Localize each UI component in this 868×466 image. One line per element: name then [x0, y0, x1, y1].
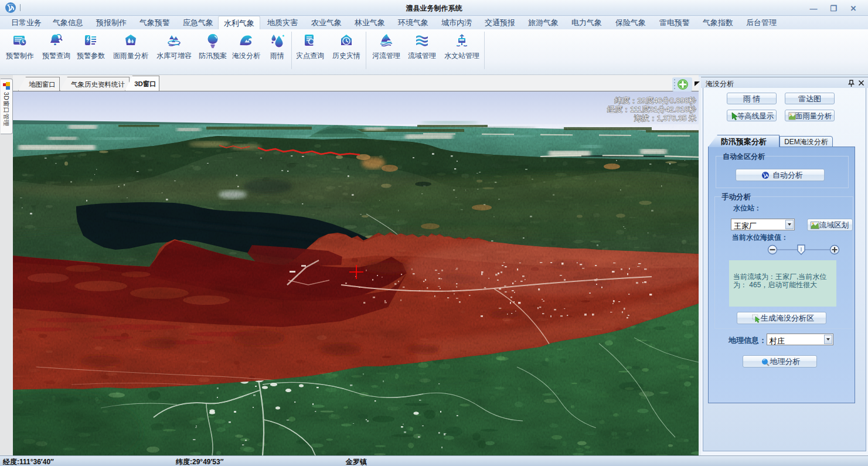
svg-text:经度：111度31分42.618秒: 经度：111度31分42.618秒 [607, 105, 696, 114]
svg-text:海拔：1,376.35 米: 海拔：1,376.35 米 [634, 114, 696, 123]
svg-text:纬度：29度46分0.898秒: 纬度：29度46分0.898秒 [615, 96, 696, 105]
